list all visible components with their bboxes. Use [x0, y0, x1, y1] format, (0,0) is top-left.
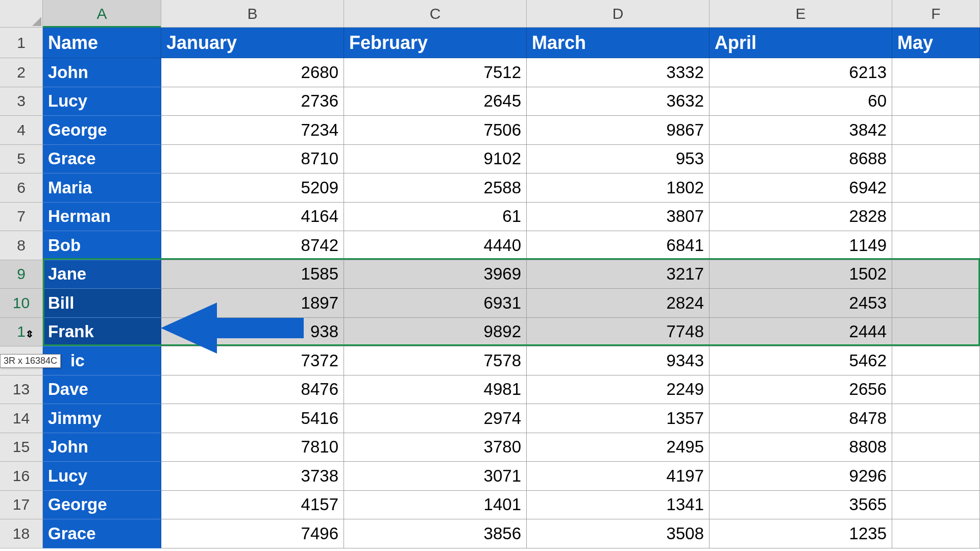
cell-A15[interactable]: John: [43, 433, 161, 462]
cell-A5[interactable]: Grace: [43, 145, 161, 174]
row-header-9[interactable]: 9: [0, 260, 43, 289]
cell-C5[interactable]: 9102: [344, 145, 527, 174]
cell-C9[interactable]: 3969: [344, 260, 527, 289]
cell-D6[interactable]: 1802: [527, 173, 709, 203]
cell-C3[interactable]: 2645: [344, 87, 527, 116]
cell-F11[interactable]: [892, 318, 980, 347]
row-header-10[interactable]: 10: [0, 289, 43, 318]
cell-F7[interactable]: [892, 203, 980, 232]
cell-B10[interactable]: 1897: [161, 289, 344, 318]
cell-A14[interactable]: Jimmy: [43, 404, 161, 433]
column-header-F[interactable]: F: [892, 0, 980, 28]
cell-C16[interactable]: 3071: [344, 462, 527, 491]
cell-A13[interactable]: Dave: [43, 375, 161, 405]
column-header-C[interactable]: C: [344, 0, 527, 28]
cell-B9[interactable]: 1585: [161, 260, 344, 289]
cell-B6[interactable]: 5209: [161, 173, 344, 203]
cell-C15[interactable]: 3780: [344, 433, 527, 462]
cell-D10[interactable]: 2824: [527, 289, 709, 318]
cell-D12[interactable]: 9343: [527, 346, 709, 375]
cell-E10[interactable]: 2453: [709, 289, 892, 318]
cell-D3[interactable]: 3632: [527, 87, 709, 116]
cell-E8[interactable]: 1149: [709, 231, 892, 260]
select-all-corner[interactable]: [0, 0, 43, 28]
cell-F6[interactable]: [892, 173, 980, 203]
row-header-7[interactable]: 7: [0, 203, 43, 232]
spreadsheet-grid[interactable]: ABCDEF1NameJanuaryFebruaryMarchAprilMay2…: [0, 0, 980, 548]
row-header-8[interactable]: 8: [0, 231, 43, 260]
cell-D9[interactable]: 3217: [527, 260, 709, 289]
cell-C14[interactable]: 2974: [344, 404, 527, 433]
header-cell-B[interactable]: January: [161, 28, 344, 58]
cell-F10[interactable]: [892, 289, 980, 318]
cell-D11[interactable]: 7748: [527, 318, 709, 347]
column-header-A[interactable]: A: [43, 0, 161, 28]
cell-F18[interactable]: [892, 519, 980, 548]
cell-F2[interactable]: [892, 58, 980, 87]
header-cell-A[interactable]: Name: [43, 28, 161, 58]
row-header-15[interactable]: 15: [0, 433, 43, 462]
cell-D5[interactable]: 953: [527, 145, 709, 174]
row-header-11[interactable]: 1: [0, 318, 43, 347]
cell-F5[interactable]: [892, 145, 980, 174]
cell-A17[interactable]: George: [43, 491, 161, 520]
row-header-6[interactable]: 6: [0, 173, 43, 203]
cell-E5[interactable]: 8688: [709, 145, 892, 174]
cell-D4[interactable]: 9867: [527, 116, 709, 145]
row-header-14[interactable]: 14: [0, 404, 43, 433]
cell-F16[interactable]: [892, 462, 980, 491]
cell-B15[interactable]: 7810: [161, 433, 344, 462]
cell-E7[interactable]: 2828: [709, 203, 892, 232]
cell-B8[interactable]: 8742: [161, 231, 344, 260]
cell-D8[interactable]: 6841: [527, 231, 709, 260]
header-cell-C[interactable]: February: [344, 28, 527, 58]
cell-E16[interactable]: 9296: [709, 462, 892, 491]
cell-A2[interactable]: John: [43, 58, 161, 87]
cell-A7[interactable]: Herman: [43, 203, 161, 232]
cell-C8[interactable]: 4440: [344, 231, 527, 260]
cell-D2[interactable]: 3332: [527, 58, 709, 87]
cell-C11[interactable]: 9892: [344, 318, 527, 347]
header-cell-F[interactable]: May: [892, 28, 980, 58]
cell-B16[interactable]: 3738: [161, 462, 344, 491]
cell-F8[interactable]: [892, 231, 980, 260]
cell-B5[interactable]: 8710: [161, 145, 344, 174]
cell-B2[interactable]: 2680: [161, 58, 344, 87]
column-header-D[interactable]: D: [527, 0, 709, 28]
cell-E13[interactable]: 2656: [709, 375, 892, 405]
cell-E6[interactable]: 6942: [709, 173, 892, 203]
cell-F9[interactable]: [892, 260, 980, 289]
cell-F3[interactable]: [892, 87, 980, 116]
row-header-1[interactable]: 1: [0, 28, 43, 58]
cell-E9[interactable]: 1502: [709, 260, 892, 289]
cell-C10[interactable]: 6931: [344, 289, 527, 318]
row-header-18[interactable]: 18: [0, 519, 43, 548]
cell-D17[interactable]: 1341: [527, 491, 709, 520]
cell-E3[interactable]: 60: [709, 87, 892, 116]
cell-E12[interactable]: 5462: [709, 346, 892, 375]
row-header-5[interactable]: 5: [0, 145, 43, 174]
cell-C18[interactable]: 3856: [344, 519, 527, 548]
cell-D14[interactable]: 1357: [527, 404, 709, 433]
cell-E14[interactable]: 8478: [709, 404, 892, 433]
cell-E17[interactable]: 3565: [709, 491, 892, 520]
cell-B18[interactable]: 7496: [161, 519, 344, 548]
column-header-B[interactable]: B: [161, 0, 344, 28]
cell-B3[interactable]: 2736: [161, 87, 344, 116]
cell-C17[interactable]: 1401: [344, 491, 527, 520]
cell-B12[interactable]: 7372: [161, 346, 344, 375]
cell-F13[interactable]: [892, 375, 980, 405]
cell-E18[interactable]: 1235: [709, 519, 892, 548]
cell-D18[interactable]: 3508: [527, 519, 709, 548]
row-header-17[interactable]: 17: [0, 491, 43, 520]
cell-E11[interactable]: 2444: [709, 318, 892, 347]
cell-B14[interactable]: 5416: [161, 404, 344, 433]
cell-D13[interactable]: 2249: [527, 375, 709, 405]
header-cell-E[interactable]: April: [709, 28, 892, 58]
cell-A11[interactable]: Frank: [43, 318, 161, 347]
row-header-4[interactable]: 4: [0, 116, 43, 145]
column-header-E[interactable]: E: [709, 0, 892, 28]
cell-C12[interactable]: 7578: [344, 346, 527, 375]
cell-A18[interactable]: Grace: [43, 519, 161, 548]
cell-A3[interactable]: Lucy: [43, 87, 161, 116]
